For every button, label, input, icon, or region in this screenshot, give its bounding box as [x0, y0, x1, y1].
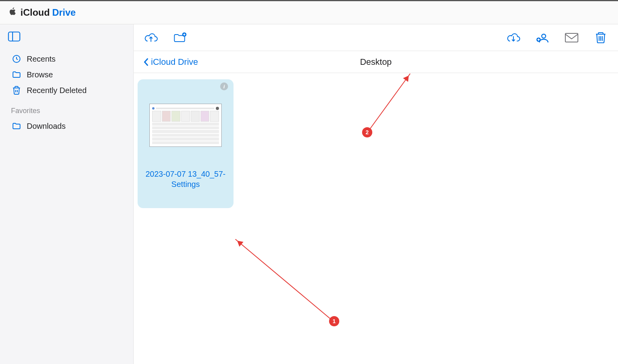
sidebar-item-label: Recents: [27, 55, 55, 64]
svg-rect-0: [9, 32, 20, 41]
sidebar-item-downloads[interactable]: Downloads: [8, 118, 125, 134]
top-bar: iCloud Drive: [0, 0, 618, 24]
file-thumbnail: [149, 104, 222, 147]
toolbar: [134, 24, 618, 51]
chevron-left-icon: [143, 57, 149, 67]
download-button[interactable]: [506, 31, 521, 45]
sidebar-section-favorites: Favorites: [11, 107, 125, 115]
sidebar-item-label: Browse: [27, 70, 53, 79]
folder-icon: [12, 70, 21, 79]
svg-rect-12: [565, 33, 578, 42]
brand-icloud-text: iCloud: [20, 7, 50, 18]
brand-drive-text: Drive: [52, 7, 76, 18]
sidebar-item-browse[interactable]: Browse: [8, 67, 125, 82]
email-button[interactable]: [565, 31, 579, 45]
sidebar-toggle-button[interactable]: [8, 31, 125, 42]
file-name-label: 2023-07-07 13_40_57-Settings: [142, 169, 230, 189]
delete-button[interactable]: [594, 31, 608, 45]
file-item[interactable]: i 2023-07-07 13_40_57-Settings: [138, 79, 234, 208]
annotation-arrow: [235, 239, 335, 322]
breadcrumb-back-label: iCloud Drive: [151, 57, 198, 67]
sidebar: Recents Browse Recently Deleted Favorite…: [0, 24, 134, 364]
upload-button[interactable]: [144, 31, 158, 45]
sidebar-item-label: Recently Deleted: [27, 86, 86, 95]
files-area[interactable]: i 2023-07-07 13_40_57-Settings 1 2: [134, 73, 618, 364]
sidebar-item-label: Downloads: [27, 122, 66, 131]
folder-icon: [12, 121, 21, 131]
share-people-button[interactable]: [535, 31, 550, 45]
current-folder-name: Desktop: [360, 57, 392, 67]
sidebar-item-recents[interactable]: Recents: [8, 51, 125, 67]
svg-point-8: [542, 34, 546, 38]
trash-icon: [12, 86, 21, 95]
main-panel: iCloud Drive Desktop i 2023-07-07 13_40_…: [134, 24, 618, 364]
breadcrumb-back[interactable]: iCloud Drive: [143, 57, 198, 67]
annotation-badge: 1: [329, 316, 339, 326]
new-folder-button[interactable]: [173, 31, 187, 45]
brand[interactable]: iCloud Drive: [9, 7, 76, 18]
clock-icon: [12, 54, 21, 64]
annotation-badge: 2: [362, 127, 372, 137]
annotation-arrow: [367, 73, 410, 133]
sidebar-item-recently-deleted[interactable]: Recently Deleted: [8, 82, 125, 98]
apple-logo-icon: [9, 7, 17, 18]
info-badge-icon[interactable]: i: [220, 82, 228, 90]
path-bar: iCloud Drive Desktop: [134, 51, 618, 73]
